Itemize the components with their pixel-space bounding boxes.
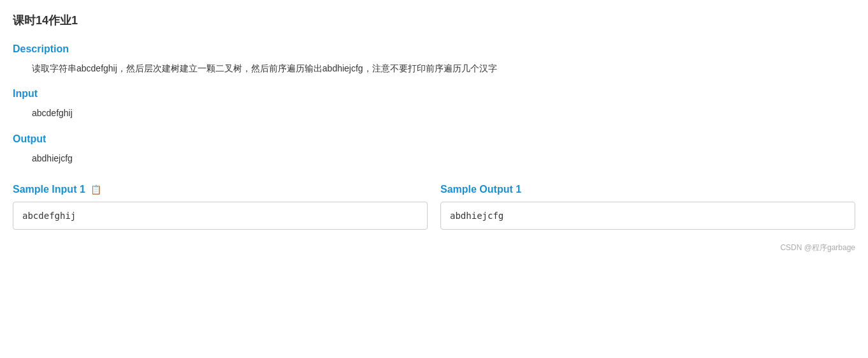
- input-content: abcdefghij: [13, 106, 855, 120]
- description-label: Description: [13, 43, 855, 55]
- input-label: Input: [13, 88, 855, 100]
- output-label: Output: [13, 133, 855, 145]
- description-section: Description 读取字符串abcdefghij，然后层次建树建立一颗二叉…: [13, 43, 855, 75]
- copy-icon[interactable]: 📋: [90, 184, 101, 195]
- output-content: abdhiejcfg: [13, 151, 855, 165]
- input-section: Input abcdefghij: [13, 88, 855, 120]
- page-title: 课时14作业1: [13, 13, 855, 28]
- sample-row: Sample Input 1 📋 abcdefghij Sample Outpu…: [13, 184, 855, 230]
- sample-output-box: abdhiejcfg: [440, 202, 855, 230]
- sample-input-col: Sample Input 1 📋 abcdefghij: [13, 184, 428, 230]
- output-section: Output abdhiejcfg: [13, 133, 855, 165]
- sample-input-value: abcdefghij: [22, 211, 76, 221]
- footer-watermark: CSDN @程序garbage: [13, 242, 855, 253]
- sample-output-value: abdhiejcfg: [450, 211, 503, 221]
- sample-input-header: Sample Input 1 📋: [13, 184, 428, 195]
- sample-input-label: Sample Input 1: [13, 184, 85, 195]
- description-content: 读取字符串abcdefghij，然后层次建树建立一颗二叉树，然后前序遍历输出ab…: [13, 61, 855, 75]
- sample-output-header: Sample Output 1: [440, 184, 855, 195]
- sample-output-col: Sample Output 1 abdhiejcfg: [440, 184, 855, 230]
- sample-output-label: Sample Output 1: [440, 184, 521, 195]
- sample-input-box: abcdefghij: [13, 202, 428, 230]
